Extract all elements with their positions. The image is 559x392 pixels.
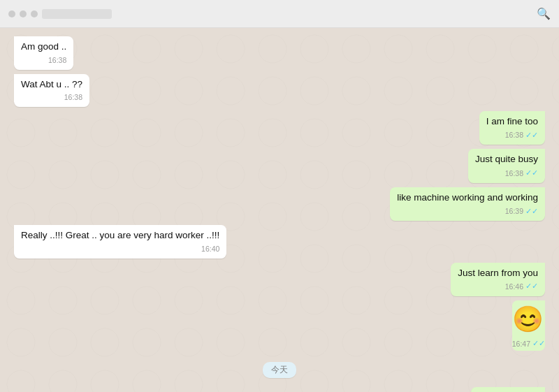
bubble: I am fine too 16:38 ✓✓ (479, 111, 545, 145)
date-badge: 今天 (263, 362, 296, 378)
titlebar: 🔍 (0, 0, 559, 28)
chat-area: Am good .. 16:38 Wat Abt u .. ?? 16:38 I… (0, 28, 559, 392)
bubble-time: 16:38 (505, 168, 523, 179)
bubble-time: 16:40 (201, 244, 219, 254)
bubble-meta: 16:38 (21, 92, 82, 103)
bubble-time: 16:38 (64, 92, 82, 103)
message-row-8: 😊 16:47 ✓✓ (14, 300, 545, 351)
bubble-meta: 16:40 (21, 244, 219, 254)
bubble-time: 16:46 (505, 282, 523, 292)
bubble-text: Just learn from you (458, 267, 538, 280)
bubble-meta: 16:47 ✓✓ (512, 338, 545, 349)
message-row-6: Really ..!!! Great .. you are very hard … (14, 225, 545, 259)
message-row-7: Just learn from you 16:46 ✓✓ (14, 263, 545, 296)
bubble-text: Really ..!!! Great .. you are very hard … (21, 229, 219, 242)
messages-container: Am good .. 16:38 Wat Abt u .. ?? 16:38 I… (14, 36, 545, 392)
bubble-text: I am fine too (486, 115, 538, 129)
bubble-time: 16:38 (48, 55, 66, 66)
message-row-2: Wat Abt u .. ?? 16:38 (14, 74, 545, 108)
bubble-text: Am good .. (21, 41, 66, 54)
bubble: Am good .. 16:38 (14, 36, 73, 70)
bubble-time: 16:39 (505, 206, 523, 217)
bubble-meta: 16:38 ✓✓ (475, 168, 538, 178)
bubble: Wat Abt u .. ?? 16:38 (14, 74, 89, 108)
check-marks: ✓✓ (525, 168, 538, 178)
check-marks: ✓✓ (525, 130, 538, 140)
bubble: Just quite busy 16:38 ✓✓ (468, 149, 545, 182)
bubble-text: Just quite busy (475, 153, 538, 166)
date-divider: 今天 (14, 362, 545, 378)
bubble: Good morning 09:25 ✓✓ (471, 387, 545, 392)
search-icon[interactable]: 🔍 (537, 7, 551, 20)
titlebar-left (8, 9, 112, 19)
message-row-4: Just quite busy 16:38 ✓✓ (14, 149, 545, 182)
bubble-meta: 16:46 ✓✓ (458, 281, 538, 291)
check-marks: ✓✓ (525, 206, 538, 217)
bubble-meta: 16:38 (21, 55, 66, 66)
bubble-text: Wat Abt u .. ?? (21, 78, 82, 92)
check-marks: ✓✓ (532, 338, 545, 349)
bubble-time: 16:38 (505, 130, 523, 140)
bubble-meta: 16:39 ✓✓ (397, 206, 538, 217)
titlebar-dot2 (20, 10, 27, 17)
bubble: Really ..!!! Great .. you are very hard … (14, 225, 226, 259)
message-row-10: Good morning 09:25 ✓✓ (14, 387, 545, 392)
bubble: Just learn from you 16:46 ✓✓ (451, 263, 545, 296)
message-row-5: like machine working and working 16:39 ✓… (14, 187, 545, 221)
bubble-text: 😊 (512, 302, 545, 337)
bubble-text: like machine working and working (397, 191, 538, 205)
bubble: like machine working and working 16:39 ✓… (390, 187, 545, 221)
bubble: 😊 16:47 ✓✓ (512, 300, 545, 351)
check-marks: ✓✓ (525, 281, 538, 291)
message-row-3: I am fine too 16:38 ✓✓ (14, 111, 545, 145)
titlebar-dot1 (8, 10, 15, 17)
message-row-1: Am good .. 16:38 (14, 36, 545, 70)
titlebar-dot3 (31, 10, 38, 17)
app-title (42, 9, 112, 19)
bubble-meta: 16:38 ✓✓ (486, 130, 538, 140)
bubble-time: 16:47 (512, 339, 530, 349)
